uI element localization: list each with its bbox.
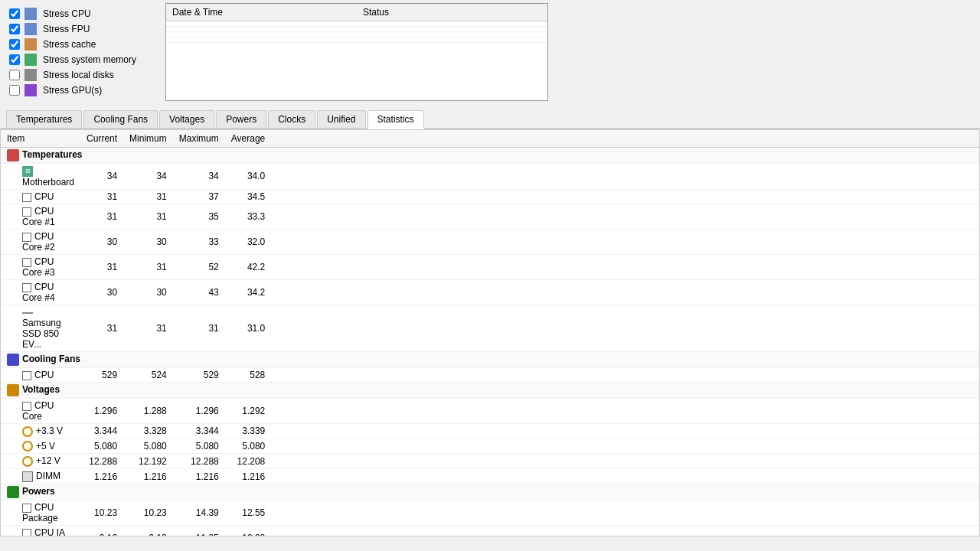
checkbox-stress-memory[interactable] <box>9 54 20 65</box>
row-current-cell: 12.288 <box>80 454 123 469</box>
row-minimum-cell: 31 <box>123 189 173 204</box>
row-name-cell: CPU Core #4 <box>1 279 80 305</box>
row-average-cell: 5.080 <box>225 439 271 454</box>
row-current-cell: 3.344 <box>80 423 123 439</box>
row-maximum-cell: 3.344 <box>173 423 225 439</box>
row-minimum-cell: 12.192 <box>123 454 173 469</box>
stress-label-stress-disks: Stress local disks <box>43 70 114 80</box>
checkbox-stress-cache[interactable] <box>9 39 20 50</box>
stress-item-stress-gpu[interactable]: Stress GPU(s) <box>6 83 159 98</box>
row-average-cell: 34.2 <box>225 279 271 305</box>
row-name-cell: CPU <box>1 189 80 204</box>
stress-item-stress-fpu[interactable]: Stress FPU <box>6 21 159 37</box>
icon-cache <box>24 38 37 51</box>
row-name-cell: CPU Core #1 <box>1 204 80 229</box>
row-maximum-cell: 1.296 <box>173 398 225 423</box>
row-average-cell: 10.98 <box>225 526 271 536</box>
row-name-cell: +3.3 V <box>1 423 80 439</box>
checkbox-stress-cpu[interactable] <box>9 8 20 19</box>
row-current-cell: 1.216 <box>80 469 123 484</box>
data-row-voltages: +3.3 V3.3443.3283.3443.339 <box>1 423 979 439</box>
data-row-voltages: CPU Core1.2961.2881.2961.292 <box>1 398 979 423</box>
checkbox-stress-fpu[interactable] <box>9 24 20 34</box>
tab-powers[interactable]: Powers <box>216 110 266 128</box>
row-name-cell: +12 V <box>1 454 80 469</box>
row-maximum-cell: 11.85 <box>173 526 225 536</box>
tab-temperatures[interactable]: Temperatures <box>6 110 82 128</box>
row-minimum-cell: 5.080 <box>123 439 173 454</box>
row-name-cell: CPU Core <box>1 398 80 423</box>
row-minimum-cell: 9.18 <box>123 526 173 536</box>
icon-cpu <box>24 23 37 35</box>
row-current-cell: 1.296 <box>80 398 123 423</box>
row-average-cell: 1.292 <box>225 398 271 423</box>
data-row-temperatures: CPU Core #230303332.0 <box>1 229 979 254</box>
row-minimum-cell: 524 <box>123 367 173 382</box>
tab-clocks[interactable]: Clocks <box>268 110 315 128</box>
data-row-temperatures: ⊞Motherboard34343434.0 <box>1 164 979 190</box>
data-table-container[interactable]: Item Current Minimum Maximum Average Tem… <box>1 130 979 536</box>
row-name-cell: DIMM <box>1 469 80 484</box>
log-col-datetime: Date & Time <box>166 4 357 21</box>
row-average-cell: 12.208 <box>225 454 271 469</box>
section-header-powers: Powers <box>1 484 979 500</box>
row-average-cell: 528 <box>225 367 271 382</box>
col-header-item: Item <box>1 130 80 148</box>
row-average-cell: 31.0 <box>225 305 271 351</box>
section-header-temperatures: Temperatures <box>1 148 979 164</box>
data-row-temperatures: CPU Core #131313533.3 <box>1 204 979 229</box>
row-maximum-cell: 12.288 <box>173 454 225 469</box>
row-maximum-cell: 14.39 <box>173 500 225 526</box>
stress-label-stress-fpu: Stress FPU <box>43 24 90 34</box>
row-current-cell: 31 <box>80 305 123 351</box>
log-table-container: Date & Time Status <box>165 3 548 101</box>
tab-unified[interactable]: Unified <box>317 110 365 128</box>
row-average-cell: 34.0 <box>225 164 271 190</box>
row-average-cell: 12.55 <box>225 500 271 526</box>
log-row <box>166 37 547 43</box>
log-row <box>166 32 547 37</box>
checkbox-stress-gpu[interactable] <box>9 85 20 96</box>
checkbox-stress-disks[interactable] <box>9 70 20 80</box>
data-row-powers: CPU IA Cores9.189.1811.8510.98 <box>1 526 979 536</box>
tab-voltages[interactable]: Voltages <box>159 110 214 128</box>
data-row-voltages: +5 V5.0805.0805.0805.080 <box>1 439 979 454</box>
row-maximum-cell: 529 <box>173 367 225 382</box>
data-row-voltages: +12 V12.28812.19212.28812.208 <box>1 454 979 469</box>
row-maximum-cell: 52 <box>173 254 225 279</box>
data-row-temperatures: CPU31313734.5 <box>1 189 979 204</box>
col-header-current: Current <box>80 130 123 148</box>
col-header-average: Average <box>225 130 271 148</box>
row-current-cell: 31 <box>80 189 123 204</box>
stress-item-stress-cpu[interactable]: Stress CPU <box>6 6 159 21</box>
stress-label-stress-cpu: Stress CPU <box>43 8 91 19</box>
data-row-temperatures: CPU Core #331315242.2 <box>1 254 979 279</box>
tab-statistics[interactable]: Statistics <box>368 110 424 129</box>
col-header-maximum: Maximum <box>173 130 225 148</box>
row-current-cell: 30 <box>80 229 123 254</box>
stress-item-stress-disks[interactable]: Stress local disks <box>6 67 159 83</box>
stress-item-stress-cache[interactable]: Stress cache <box>6 37 159 52</box>
row-minimum-cell: 3.328 <box>123 423 173 439</box>
row-name-cell: CPU Core #3 <box>1 254 80 279</box>
data-row-temperatures: CPU Core #430304334.2 <box>1 279 979 305</box>
row-maximum-cell: 43 <box>173 279 225 305</box>
row-minimum-cell: 10.23 <box>123 500 173 526</box>
stress-item-stress-memory[interactable]: Stress system memory <box>6 52 159 67</box>
log-row <box>166 21 547 27</box>
icon-gpu <box>24 84 37 96</box>
row-current-cell: 529 <box>80 367 123 382</box>
row-minimum-cell: 30 <box>123 229 173 254</box>
row-maximum-cell: 35 <box>173 204 225 229</box>
tabs-bar: TemperaturesCooling FansVoltagesPowersCl… <box>0 107 980 129</box>
icon-memory <box>24 54 37 66</box>
data-table-wrap: Item Current Minimum Maximum Average Tem… <box>1 130 979 536</box>
row-maximum-cell: 1.216 <box>173 469 225 484</box>
row-current-cell: 31 <box>80 254 123 279</box>
row-current-cell: 5.080 <box>80 439 123 454</box>
stress-label-stress-cache: Stress cache <box>43 39 96 50</box>
log-row <box>166 27 547 32</box>
row-minimum-cell: 31 <box>123 254 173 279</box>
tab-cooling-fans[interactable]: Cooling Fans <box>83 110 158 128</box>
row-name-cell: CPU Package <box>1 500 80 526</box>
